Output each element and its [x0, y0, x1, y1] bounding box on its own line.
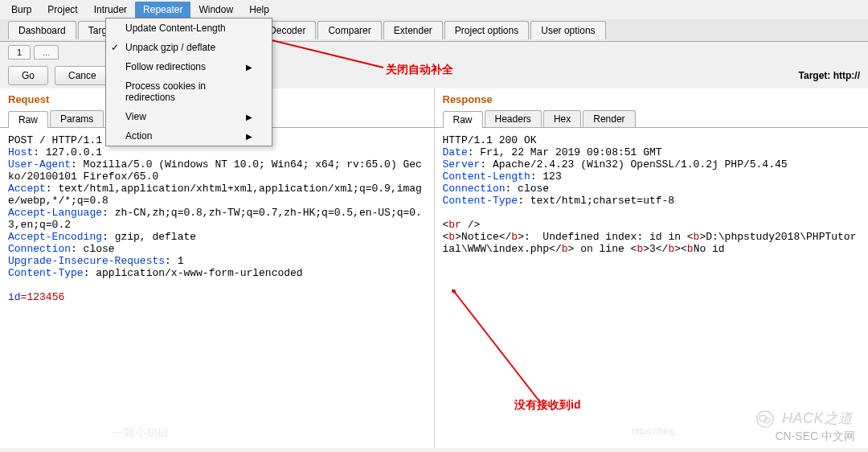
- author-watermark: 一颗小胡椒: [113, 426, 169, 441]
- blog-watermark: https://blog: [632, 426, 675, 436]
- chevron-right-icon: ▶: [246, 113, 252, 121]
- res-tab-render[interactable]: Render: [583, 110, 635, 127]
- annotation-bottom: 没有接收到id: [514, 398, 580, 413]
- chevron-right-icon: ▶: [246, 63, 252, 72]
- tab-dashboard[interactable]: Dashboard: [8, 21, 76, 39]
- go-button[interactable]: Go: [8, 66, 48, 85]
- menu-window[interactable]: Window: [190, 2, 241, 18]
- dd-process-cookies[interactable]: Process cookies in redirections: [106, 76, 272, 107]
- menubar: Burp Project Intruder Repeater Window He…: [0, 0, 868, 19]
- dd-update-content-length[interactable]: Update Content-Length: [106, 18, 272, 38]
- cnsec-watermark: CN-SEC 中文网: [775, 429, 855, 444]
- repeater-dropdown: Update Content-Length ✓ Unpack gzip / de…: [105, 18, 272, 146]
- menu-project[interactable]: Project: [39, 2, 85, 18]
- dd-unpack-gzip[interactable]: ✓ Unpack gzip / deflate: [106, 38, 272, 57]
- dd-view[interactable]: View ▶: [106, 107, 272, 126]
- req-tab-params[interactable]: Params: [50, 110, 104, 127]
- mini-tab-1[interactable]: 1: [8, 45, 31, 60]
- dd-action[interactable]: Action ▶: [106, 126, 272, 146]
- tab-project-options[interactable]: Project options: [444, 21, 529, 39]
- hack-watermark: HACK之道: [756, 409, 854, 428]
- res-tab-raw[interactable]: Raw: [443, 111, 483, 128]
- chevron-right-icon: ▶: [246, 132, 252, 141]
- response-title: Response: [435, 88, 869, 110]
- req-tab-raw[interactable]: Raw: [8, 111, 48, 128]
- response-panel: Response Raw Headers Hex Render HTTP/1.1…: [435, 88, 869, 448]
- menu-help[interactable]: Help: [241, 2, 277, 18]
- menu-repeater[interactable]: Repeater: [135, 2, 190, 18]
- request-body[interactable]: POST / HTTP/1.1 Host: 127.0.0.1 User-Age…: [0, 128, 434, 448]
- mini-tab-add[interactable]: ...: [34, 45, 59, 60]
- check-icon: ✓: [111, 42, 119, 53]
- response-tab-row: Raw Headers Hex Render: [435, 110, 869, 128]
- menu-intruder[interactable]: Intruder: [86, 2, 135, 18]
- response-body[interactable]: HTTP/1.1 200 OK Date: Fri, 22 Mar 2019 0…: [435, 128, 869, 448]
- cancel-button[interactable]: Cance: [55, 66, 110, 85]
- res-tab-hex[interactable]: Hex: [543, 110, 581, 127]
- annotation-top: 关闭自动补全: [386, 63, 453, 77]
- dd-follow-redirections[interactable]: Follow redirections ▶: [106, 57, 272, 76]
- menu-burp[interactable]: Burp: [3, 2, 39, 18]
- target-label: Target: http://: [799, 70, 860, 81]
- tab-extender[interactable]: Extender: [383, 21, 443, 39]
- res-tab-headers[interactable]: Headers: [485, 110, 542, 127]
- wechat-icon: [756, 410, 774, 428]
- tab-comparer[interactable]: Comparer: [317, 21, 381, 39]
- tab-user-options[interactable]: User options: [530, 21, 605, 39]
